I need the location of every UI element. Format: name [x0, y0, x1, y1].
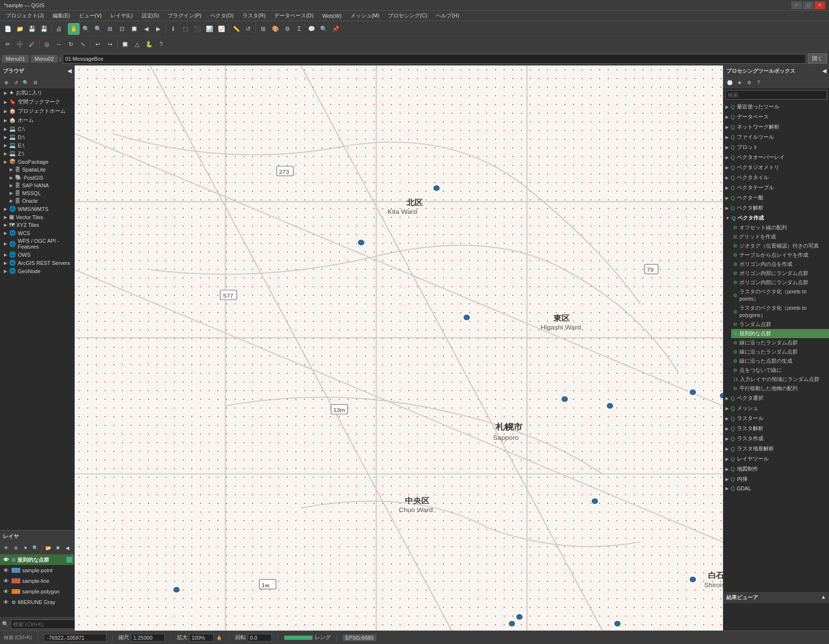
tree-group-header[interactable]: ▶ Q 地図制作	[723, 464, 829, 474]
node-btn[interactable]: ◎	[41, 39, 53, 50]
browser-refresh-btn[interactable]: ↺	[12, 78, 20, 87]
deselect-btn[interactable]: ⬛	[191, 23, 203, 35]
zoom-input[interactable]	[189, 634, 214, 642]
script-name-input[interactable]	[63, 54, 806, 64]
digitize-btn2[interactable]: ➕	[14, 39, 26, 50]
browser-item-mssql[interactable]: ▶ 🗄 MSSQL	[0, 189, 74, 197]
proc-settings-btn[interactable]: ⚙	[745, 78, 753, 87]
minimize-button[interactable]: −	[791, 1, 802, 9]
new-project-btn[interactable]: 📄	[2, 23, 13, 35]
tree-group-header[interactable]: ▶ Q ラスタ地形解析	[723, 444, 829, 454]
layer-item-sample-line[interactable]: 👁 sample-line	[0, 576, 74, 586]
collapse-right-icon[interactable]: ◀	[822, 68, 826, 74]
browser-settings-btn[interactable]: ⚙	[31, 78, 40, 87]
browser-add-btn[interactable]: ⊕	[2, 78, 11, 87]
menu-edit[interactable]: 編集(E)	[49, 11, 74, 20]
menu-mesh[interactable]: メッシュ(M)	[347, 11, 384, 20]
layer-filter2-btn[interactable]: 🔍	[31, 543, 40, 552]
python-btn[interactable]: 🐍	[143, 39, 155, 50]
zoom-out-btn[interactable]: 🔍	[92, 23, 104, 35]
coordinate-display[interactable]: -76922,-105971	[44, 634, 107, 642]
topo-btn[interactable]: △	[131, 39, 143, 50]
tool-regular-points[interactable]: ⚙ 規則的な点群	[731, 329, 829, 338]
tool-connect-points[interactable]: ⚙ 点をつないで線に	[731, 366, 829, 375]
tree-group-header[interactable]: ▶ Q ラスタ作成	[723, 434, 829, 444]
tool-raster-to-polygons[interactable]: ⚙ ラスタのベクタ化（pixels to polygons）	[731, 303, 829, 320]
tree-group-header[interactable]: ▶ Q ベクタタイル	[723, 172, 829, 183]
tree-group-header[interactable]: ▶ Q ファイルツール	[723, 132, 829, 142]
zoom-selection-btn[interactable]: 🔲	[128, 23, 140, 35]
layer-add-btn[interactable]: ⊕	[12, 543, 20, 552]
tree-group-header[interactable]: ▶ Q レイヤツール	[723, 454, 829, 464]
results-expand-icon[interactable]: ▲	[821, 594, 826, 601]
snap-btn[interactable]: 🔲	[119, 39, 131, 50]
search-input[interactable]	[11, 619, 82, 629]
tool-random-along-line1[interactable]: ⚙ 線に沿ったランダム点群	[731, 338, 829, 347]
map-canvas[interactable]: 北区 Kita Ward 東区 Higashi Ward 札幌市 Sapporo…	[75, 66, 723, 631]
layer-item-sample-polygon[interactable]: 👁 sample-polygon	[0, 586, 74, 597]
browser-item-c[interactable]: ▶ 💻 C:\	[0, 125, 74, 133]
menu02-label[interactable]: Menu02	[31, 55, 58, 63]
browser-item-spatialite[interactable]: ▶ 🗄 SpatiaLite	[0, 166, 74, 173]
undo-btn[interactable]: ↩	[92, 39, 104, 50]
browser-collapse-icon[interactable]: ◀	[67, 68, 71, 74]
browser-item-project-home[interactable]: ▶ 🏠 プロジェクトホーム	[0, 106, 74, 116]
layer-open-btn[interactable]: 📂	[44, 543, 53, 552]
layer-visibility-toggle[interactable]: 👁	[2, 577, 10, 585]
refresh-btn[interactable]: ↺	[242, 23, 254, 35]
browser-item-home[interactable]: ▶ 🏠 ホーム	[0, 116, 74, 125]
browser-item-bookmarks[interactable]: ▶ 🔖 空間ブックマーク	[0, 97, 74, 106]
select-btn[interactable]: ⬚	[179, 23, 191, 35]
run-script-button[interactable]: 開く	[808, 53, 827, 64]
tree-group-header[interactable]: ▶ Q ベクタジオメトリ	[723, 162, 829, 172]
proc-help-btn[interactable]: ?	[754, 78, 763, 87]
close-button[interactable]: ×	[815, 1, 825, 9]
browser-item-oracle[interactable]: ▶ 🗄 Oracle	[0, 197, 74, 205]
tree-group-header[interactable]: ▶ Q プロット	[723, 142, 829, 152]
layer-visibility-toggle[interactable]: 👁	[2, 556, 10, 564]
tile-btn[interactable]: ⊞	[257, 23, 269, 35]
tree-group-header[interactable]: ▶ Q ベクタオーバーレイ	[723, 152, 829, 162]
zoom-map-btn[interactable]: 🔍	[318, 23, 329, 35]
layer-item-regular-points[interactable]: 👁 ⊞ 規則的な点群	[0, 554, 74, 565]
help-btn[interactable]: ?	[155, 39, 167, 50]
tool-points-in-polygon[interactable]: ⚙ ポリゴン内の点を作成	[731, 260, 829, 269]
next-extent-btn[interactable]: ▶	[152, 23, 164, 35]
identify-btn[interactable]: ℹ	[167, 23, 179, 35]
tree-group-header[interactable]: ▶ Q ベクタ選択	[723, 393, 829, 403]
pan-btn[interactable]: ✋	[68, 23, 80, 35]
stat-btn2[interactable]: Σ	[294, 23, 305, 35]
browser-item-postgis[interactable]: ▶ 🐘 PostGIS	[0, 173, 74, 182]
epsg-badge[interactable]: EPSG:6680	[343, 634, 376, 641]
browser-item-e[interactable]: ▶ 💻 E:\	[0, 141, 74, 149]
tree-group-header[interactable]: ▶ Q ネットワーク解析	[723, 122, 829, 132]
menu-web[interactable]: Web(W)	[318, 12, 345, 20]
zoom-lock-btn[interactable]: 🔒	[215, 634, 223, 642]
digitize-btn3[interactable]: 🖊	[26, 39, 38, 50]
map-area[interactable]: 北区 Kita Ward 東区 Higashi Ward 札幌市 Sapporo…	[75, 66, 723, 631]
browser-item-wfs[interactable]: ▶ 🌐 WFS / OGC API - Features	[0, 237, 74, 250]
tree-group-header[interactable]: ▶ Q ラスタール	[723, 413, 829, 423]
tool-random-in-extent[interactable]: 1ℹ 入力レイヤの領域にランダム点群	[731, 375, 829, 384]
tool-random-poly2[interactable]: ⚙ ポリゴン内部にランダム点群	[731, 278, 829, 287]
tool-random-poly1[interactable]: ⚙ ポリゴン内部にランダム点群	[731, 269, 829, 278]
tree-group-header[interactable]: ▶ Q ベクタ一般	[723, 193, 829, 203]
tree-group-header[interactable]: ▶ Q メッシュ	[723, 403, 829, 413]
layer-collapse-btn[interactable]: ◀	[63, 543, 72, 552]
browser-item-geopackage[interactable]: ▶ 📦 GeoPackage	[0, 158, 74, 166]
tree-group-header[interactable]: ▶ Q データベース	[723, 112, 829, 122]
rotate-btn[interactable]: ↻	[65, 39, 77, 50]
zoom-in-btn[interactable]: 🔍	[80, 23, 92, 35]
menu-settings[interactable]: 設定(S)	[138, 11, 163, 20]
menu-raster[interactable]: ラスタ(R)	[239, 11, 269, 20]
print-btn[interactable]: 🖨	[53, 23, 65, 35]
browser-item-xyz[interactable]: ▶ 🗺 XYZ Tiles	[0, 221, 74, 229]
rotation-input[interactable]	[248, 634, 272, 642]
menu-plugins[interactable]: プラグイン(P)	[164, 11, 205, 20]
layer-style-btn[interactable]: 🎨	[269, 23, 281, 35]
scale-btn[interactable]: ⤡	[77, 39, 89, 50]
tree-group-header[interactable]: ▶ Q GDAL	[723, 484, 829, 493]
redo-btn[interactable]: ↪	[104, 39, 116, 50]
browser-item-sap-hana[interactable]: ▶ 🗄 SAP HANA	[0, 182, 74, 189]
menu-view[interactable]: ビュー(V)	[75, 11, 106, 20]
